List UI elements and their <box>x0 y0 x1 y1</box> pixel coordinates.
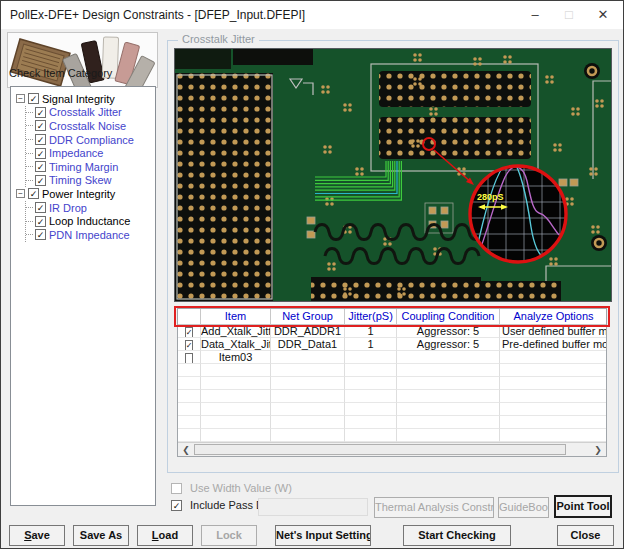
table-cell <box>271 351 345 364</box>
column-header-coupling-condition[interactable]: Coupling Condition <box>397 309 500 324</box>
check-item-tree: −✓Signal Integrity✓Crosstalk Jitter✓Cros… <box>10 86 156 506</box>
table-cell <box>345 390 397 403</box>
tree-item-timing-skew[interactable]: ✓Timing Skew <box>26 174 153 188</box>
table-row[interactable] <box>178 416 606 429</box>
table-row[interactable] <box>178 429 606 442</box>
save-as-button[interactable]: Save As <box>73 525 129 546</box>
table-cell: Aggressor: 5 <box>397 338 500 351</box>
column-header-select[interactable] <box>178 309 201 324</box>
checkbox[interactable]: ✓ <box>35 161 46 172</box>
scrollbar-thumb[interactable] <box>194 444 566 455</box>
tree-item-timing-margin[interactable]: ✓Timing Margin <box>26 160 153 174</box>
tree-item-pdn-impedance[interactable]: ✓PDN Impedance <box>26 228 153 242</box>
tree-item-crosstalk-noise[interactable]: ✓Crosstalk Noise <box>26 119 153 133</box>
load-button[interactable]: Load <box>137 525 193 546</box>
include-pass-checkbox-box[interactable]: ✓ <box>171 500 182 511</box>
check-item-category-label: Check Item Category <box>9 67 112 79</box>
checkbox[interactable]: ✓ <box>35 175 46 186</box>
checkbox[interactable]: ✓ <box>35 107 46 118</box>
checkbox[interactable]: ✓ <box>28 188 39 199</box>
row-checkbox[interactable]: ✓ <box>185 353 194 364</box>
table-cell <box>271 403 345 416</box>
table-row[interactable] <box>178 377 606 390</box>
collapse-icon[interactable]: − <box>16 94 25 103</box>
horizontal-scrollbar[interactable]: ❮ ❯ <box>178 442 606 456</box>
close-button[interactable]: Close <box>557 525 614 546</box>
table-cell <box>271 364 345 377</box>
table-row[interactable]: ✓Item03 <box>178 351 606 364</box>
row-checkbox[interactable]: ✓ <box>185 327 194 338</box>
row-select-cell: ✓ <box>178 325 201 338</box>
row-select-cell <box>178 377 201 390</box>
pass-data-input <box>258 498 368 516</box>
table-cell <box>397 429 500 442</box>
close-icon[interactable]: ✕ <box>587 1 619 29</box>
table-row[interactable] <box>178 364 606 377</box>
tree-item-label: Loop Inductance <box>49 215 130 227</box>
row-select-cell: ✓ <box>178 338 201 351</box>
table-cell <box>201 429 271 442</box>
table-cell <box>345 429 397 442</box>
table-cell: Pre-defined buffer mod <box>500 338 607 351</box>
table-row[interactable]: ✓Data_Xtalk_JitterDDR_Data11Aggressor: 5… <box>178 338 606 351</box>
column-header-item[interactable]: Item <box>201 309 271 324</box>
title-bar: PollEx-DFE+ Design Constraints - [DFEP_I… <box>1 1 623 29</box>
tree-item-label: PDN Impedance <box>49 229 130 241</box>
minimize-icon[interactable]: – <box>519 1 551 29</box>
pcb-image: 280pS <box>175 49 611 301</box>
table-cell <box>271 429 345 442</box>
app-window: PollEx-DFE+ Design Constraints - [DFEP_I… <box>0 0 624 549</box>
checkbox[interactable]: ✓ <box>28 93 39 104</box>
jitter-value-label: 280pS <box>477 192 504 202</box>
tree-item-loop-inductance[interactable]: ✓Loop Inductance <box>26 214 153 228</box>
checkbox[interactable]: ✓ <box>35 216 46 227</box>
table-cell <box>345 403 397 416</box>
checkbox[interactable]: ✓ <box>35 229 46 240</box>
table-cell <box>397 416 500 429</box>
column-header-analyze-options[interactable]: Analyze Options <box>500 309 607 324</box>
tree-item-label: Crosstalk Noise <box>49 120 126 132</box>
table-cell: Aggressor: 5 <box>397 325 500 338</box>
row-select-cell <box>178 429 201 442</box>
collapse-icon[interactable]: − <box>16 189 25 198</box>
table-cell <box>397 377 500 390</box>
table-row[interactable] <box>178 390 606 403</box>
table-body: ✓Add_Xtalk_JitterDDR_ADDR11Aggressor: 5U… <box>178 325 606 442</box>
bga-array <box>175 73 273 301</box>
point-tool-button[interactable]: Point Tool <box>554 495 612 518</box>
table-cell <box>500 390 607 403</box>
scroll-left-icon[interactable]: ❮ <box>179 444 193 456</box>
maximize-icon[interactable]: □ <box>553 1 585 29</box>
row-select-cell <box>178 364 201 377</box>
net-s-input-setting-button[interactable]: Net's Input Setting <box>275 525 371 546</box>
column-header-jitter-ps[interactable]: Jitter(pS) <box>345 309 397 324</box>
use-width-label: Use Width Value (W) <box>190 482 292 494</box>
table-row[interactable]: ✓Add_Xtalk_JitterDDR_ADDR11Aggressor: 5U… <box>178 325 606 338</box>
tree-item-ir-drop[interactable]: ✓IR Drop <box>26 201 153 215</box>
table-cell: Data_Xtalk_Jitter <box>201 338 271 351</box>
checkbox[interactable]: ✓ <box>35 120 46 131</box>
table-row[interactable] <box>178 403 606 416</box>
tree-item-crosstalk-jitter[interactable]: ✓Crosstalk Jitter <box>26 106 153 120</box>
save-button[interactable]: Save <box>9 525 65 546</box>
tree-children: ✓IR Drop✓Loop Inductance✓PDN Impedance <box>25 201 153 242</box>
table-cell <box>271 416 345 429</box>
tree-item-ddr-compliance[interactable]: ✓DDR Compliance <box>26 133 153 147</box>
tree-item-label: DDR Compliance <box>49 134 134 146</box>
scroll-right-icon[interactable]: ❯ <box>591 444 605 456</box>
table-cell <box>397 351 500 364</box>
table-cell <box>397 403 500 416</box>
tree-item-impedance[interactable]: ✓Impedance <box>26 146 153 160</box>
row-checkbox[interactable]: ✓ <box>185 340 194 351</box>
checkbox[interactable]: ✓ <box>35 148 46 159</box>
table-cell <box>500 364 607 377</box>
table-cell: Item03 <box>201 351 271 364</box>
tree-item-label: Timing Margin <box>49 161 118 173</box>
column-header-net-group[interactable]: Net Group <box>271 309 345 324</box>
start-checking-button[interactable]: Start Checking <box>403 525 511 546</box>
checkbox[interactable]: ✓ <box>35 134 46 145</box>
checkbox[interactable]: ✓ <box>35 202 46 213</box>
tree-item-power-integrity[interactable]: −✓Power Integrity <box>16 187 153 201</box>
constraint-table[interactable]: ItemNet GroupJitter(pS)Coupling Conditio… <box>177 308 607 457</box>
tree-item-signal-integrity[interactable]: −✓Signal Integrity <box>16 92 153 106</box>
